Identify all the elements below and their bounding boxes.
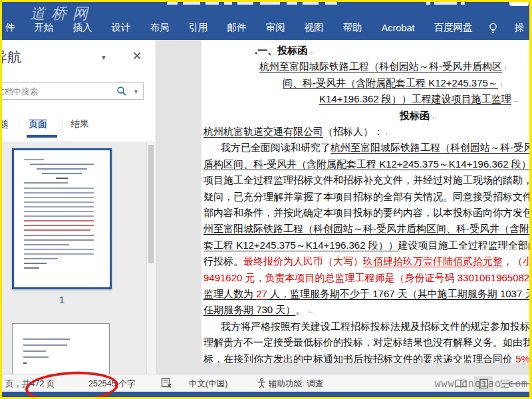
thumbnail-text-line [23,356,49,358]
thumbnail-text-line [24,225,94,226]
navigation-pane: 导航 ▼ ✕ 在文档中搜索 ▼ 标题 页面 结果 1 [2,40,156,374]
thumbnail-text-line [24,239,94,241]
ribbon-tab-2[interactable]: 插入 [73,21,92,34]
doc-line: K14+196.362 段））工程建设项目施工监理← [319,92,521,106]
thumbnail-text-line [23,344,67,346]
search-options-chevron-icon[interactable]: ▼ [133,88,139,95]
navigation-pane-title: 导航 [2,48,21,66]
doc-line: 9491620 元，负责本项目的总监理工程师是（身份证号码 3301061965… [203,271,529,285]
nav-tab-divider [63,117,63,133]
ribbon-bar: 道桥网 件开始插入设计布局引用邮件审阅视图帮助Acrobat百度网盘操 [2,2,529,40]
ribbon-tab-3[interactable]: 设计 [112,21,131,34]
thumbnail-text-line [24,244,69,245]
nav-scrollbar[interactable] [146,142,155,374]
thumbnail-text-line [30,164,94,165]
titlebar-text-fragment [461,2,465,5]
proofing-errors-icon[interactable] [161,378,172,388]
ribbon-tab-11[interactable]: 百度网盘 [434,21,472,34]
doc-line: 部内容和条件，并按此确定本项目投标的要约内容，以本投标函向你方发包的 [203,206,529,219]
doc-line: 项目施工全过程监理招标文件和招标补充文件，并经过对施工现场的踏勘，澄 [203,174,529,187]
thumbnail-text-line [24,263,47,264]
titlebar-text-fragment [224,2,232,5]
thumbnail-text-line [23,362,27,364]
titlebar-text-fragment [237,2,253,5]
thumbnail-text-line [24,258,58,259]
thumbnail-text-line [24,206,94,207]
page-thumbnail-1[interactable] [12,148,112,289]
thumbnail-text-line [24,220,94,221]
ribbon-tab-6[interactable]: 邮件 [227,21,247,34]
thumbnail-text-line [24,249,94,250]
thumbnail-text-line [37,168,86,170]
thumbnail-text-line [23,338,70,340]
ribbon-tab-7[interactable]: 审阅 [266,21,285,34]
doc-line: 理解贵方不一定接受最低标价的投标，对定标结果也没有解释义务。如由我方 [203,336,529,349]
ribbon-tab-tellme[interactable]: 操 [514,21,524,34]
thumbnail-text-line [24,197,94,198]
doc-line: 我方已全面阅读和研究了杭州至富阳城际铁路工程（科创园站～科-受风 [221,141,529,154]
ribbon-tab-1[interactable]: 开始 [35,21,54,34]
lightbulb-icon[interactable] [487,22,499,34]
doc-line: 投标函← [400,109,439,123]
chevron-down-icon[interactable]: ▼ [100,54,107,61]
doc-line: 标，在接到你方发出的中标通知书后按招标文件的要求递交监理合同价 5%的履 [203,352,529,363]
doc-line: 疑问，已充分理解并掌握了本项目招标的全部有关情况。同意接受招标文件的 [203,190,529,203]
titlebar-text-fragment [287,2,297,5]
document-text-area[interactable]: .一、投标函←杭州至富阳城际铁路工程（科创园站～科-受风井盾构区↓间、科-受风井… [203,40,529,363]
word-window: 道桥网 件开始插入设计布局引用邮件审阅视图帮助Acrobat百度网盘操 导航 ▼… [2,2,529,397]
doc-line: 监理人数为 27 人，监理服务期不少于 1767 天（其中施工期服务期 1037… [203,287,529,301]
doc-line: 任期服务期 730 天）。← [203,303,315,317]
thumbnail-text-line [24,211,94,212]
thumbnail-text-line [24,267,39,269]
thumbnail-text-line [24,182,68,184]
titlebar-text-fragment [426,2,430,5]
titlebar-text-fragment [325,2,337,5]
page-thumbnail-1-number: 1 [12,294,112,305]
page-thumbnail-2[interactable] [12,323,110,374]
page-thumbnail-list: 1 [2,142,155,374]
close-icon[interactable]: ✕ [132,49,142,63]
doc-line: 我方将严格按照有关建设工程招标投标法规及招标文件的规定参加投标， [221,320,529,333]
doc-line: 间、科-受风井（含附属配套工程 K12+245.375～↓ [283,76,503,90]
titlebar-text-fragment [167,2,178,5]
accessibility-icon [257,378,267,388]
thumbnail-text-line [24,159,44,160]
search-input[interactable]: 在文档中搜索 ▼ [2,82,144,100]
thumbnail-text-line [24,229,90,231]
ribbon-tab-9[interactable]: 帮助 [343,21,362,34]
ribbon-tab-row: 件开始插入设计布局引用邮件审阅视图帮助Acrobat百度网盘操 [5,21,524,34]
language-status[interactable]: 中文(中国) [189,378,227,390]
thumbnail-text-line [24,215,94,217]
doc-line: .一、投标函← [255,44,317,58]
ribbon-tab-4[interactable]: 布局 [150,21,170,34]
doc-line: 盾构区间、科-受风井（含附属配套工程 K12+245.375～K14+196.3… [203,158,529,171]
thumbnail-text-line [56,178,68,179]
ribbon-tab-10[interactable]: Acrobat [382,23,415,33]
window-control-fragment [509,2,529,6]
nav-tab-results[interactable]: 结果 [70,118,89,130]
thumbnail-text-line [23,350,46,352]
titlebar-text-fragment [260,2,280,5]
doc-line: 州至富阳城际铁路工程（科创园站～科-受风井盾构区间、科-受风井（含附属 [203,222,529,235]
titlebar-text-fragment [205,2,219,5]
ribbon-tab-8[interactable]: 视图 [305,21,324,34]
ribbon-tab-5[interactable]: 引用 [189,21,208,34]
ribbon-tab-0[interactable]: 件 [5,21,15,34]
active-tab-underline [27,135,57,138]
doc-line: 套工程 K12+245.375～K14+196.362 段））建设项目施工全过程… [203,239,529,252]
thumbnail-text-line [24,192,94,194]
nav-tab-headings[interactable]: 标题 [2,118,9,130]
titlebar-text-fragment [303,2,319,5]
doc-line: 杭州至富阳城际铁路工程（科创园站～科-受风井盾构区↓ [259,60,507,74]
doc-line: 杭州杭富轨道交通有限公司（招标人）：← [203,125,392,139]
thumbnail-text-line [24,253,94,255]
titlebar-text-fragment [434,2,457,5]
nav-scrollbar-thumb[interactable] [148,145,154,263]
thumbnail-text-line [24,188,94,189]
accessibility-status[interactable]: 辅助功能: 调查 [269,378,323,390]
nav-tab-pages[interactable]: 页面 [29,118,47,130]
nav-tab-divider [19,117,19,133]
search-icon[interactable] [116,86,127,96]
search-placeholder: 在文档中搜索 [2,86,38,98]
doc-line: 行投标。最终报价为人民币（大写）玖佰肆拾玖万壹仟陆佰贰拾元整，（小写 [203,255,529,268]
